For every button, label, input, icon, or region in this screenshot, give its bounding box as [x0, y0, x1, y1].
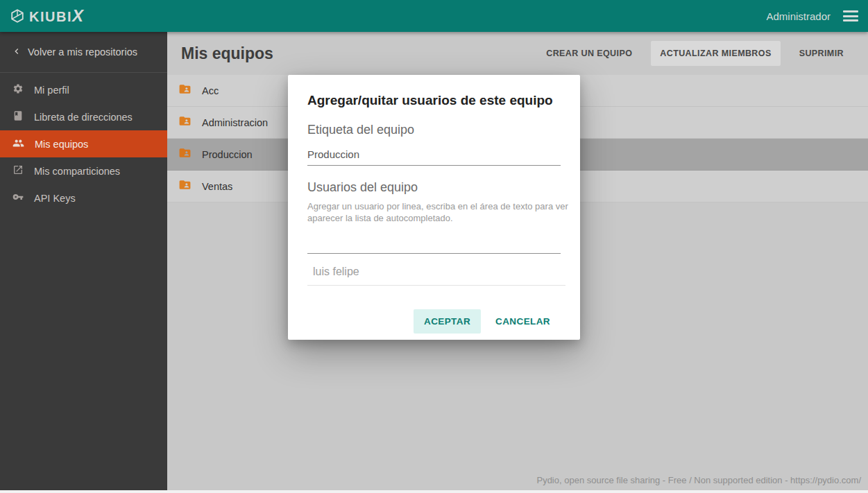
page-title: Mis equipos: [181, 44, 273, 63]
share-icon: [12, 164, 24, 178]
people-icon: [12, 137, 24, 151]
team-folder-icon: [178, 146, 192, 162]
sidebar-item-label: API Keys: [34, 193, 76, 204]
team-users-section-label: Usuarios del equipo: [307, 180, 561, 195]
team-folder-icon: [178, 178, 192, 194]
cancel-button[interactable]: CANCELAR: [485, 309, 561, 334]
sidebar-item-label: Mis comparticiones: [34, 166, 120, 177]
key-icon: [12, 191, 24, 205]
gear-icon: [12, 83, 24, 96]
sidebar-item-libreta-de-direcciones[interactable]: Libreta de direcciones: [0, 103, 167, 130]
pydio-footer-note: Pydio, open source file sharing - Free /…: [536, 475, 861, 485]
sidebar-item-label: Mis equipos: [35, 139, 88, 150]
team-name: Produccion: [202, 149, 253, 160]
book-icon: [12, 110, 24, 123]
team-name: Acc: [202, 85, 219, 96]
current-user-label[interactable]: Administrador: [766, 10, 831, 22]
sidebar-item-label: Libreta de direcciones: [34, 112, 133, 123]
chevron-left-icon: [11, 46, 22, 59]
sidebar-item-label: Mi perfil: [34, 85, 69, 96]
app-logo[interactable]: KIUBIX: [10, 6, 84, 26]
create-team-button[interactable]: CREAR UN EQUIPO: [537, 41, 641, 66]
team-users-help-text: Agregar un usuario por linea, escriba en…: [307, 200, 570, 224]
dialog-buttons: ACEPTAR CANCELAR: [307, 309, 561, 334]
sidebar-menu: Mi perfil Libreta de direcciones Mis equ…: [0, 73, 167, 211]
sidebar-item-api-keys[interactable]: API Keys: [0, 184, 167, 211]
team-name: Administracion: [202, 117, 268, 128]
team-folder-icon: [178, 83, 192, 98]
team-folder-icon: [178, 114, 192, 130]
sidebar-item-mis-comparticiones[interactable]: Mis comparticiones: [0, 157, 167, 184]
page-header: Mis equipos CREAR UN EQUIPO ACTUALIZAR M…: [167, 32, 868, 75]
dialog-title: Agregar/quitar usuarios de este equipo: [307, 93, 561, 108]
team-users-textarea[interactable]: [307, 233, 561, 254]
sidebar-item-mi-perfil[interactable]: Mi perfil: [0, 76, 167, 103]
back-to-repositories-link[interactable]: Volver a mis repositorios: [0, 32, 167, 73]
menu-hamburger-icon[interactable]: [843, 10, 858, 21]
user-autocomplete-input[interactable]: [307, 254, 565, 286]
delete-team-button[interactable]: SUPRIMIR: [790, 41, 853, 66]
team-label-field-label: Etiqueta del equipo: [307, 123, 561, 137]
sidebar-item-mis-equipos[interactable]: Mis equipos: [0, 130, 167, 157]
team-name: Ventas: [202, 181, 232, 192]
back-label: Volver a mis repositorios: [28, 46, 137, 58]
topbar: KIUBIX Administrador: [0, 0, 868, 32]
edit-team-dialog: Agregar/quitar usuarios de este equipo E…: [288, 75, 580, 340]
update-members-button[interactable]: ACTUALIZAR MIEMBROS: [651, 41, 780, 66]
cube-logo-icon: [10, 8, 25, 24]
brand-name: KIUBIX: [29, 6, 84, 26]
team-label-input[interactable]: [307, 137, 561, 166]
sidebar: Volver a mis repositorios Mi perfil Libr…: [0, 32, 167, 491]
bottom-strip: [0, 490, 868, 493]
header-actions: CREAR UN EQUIPO ACTUALIZAR MIEMBROS SUPR…: [537, 41, 853, 66]
accept-button[interactable]: ACEPTAR: [414, 309, 481, 334]
